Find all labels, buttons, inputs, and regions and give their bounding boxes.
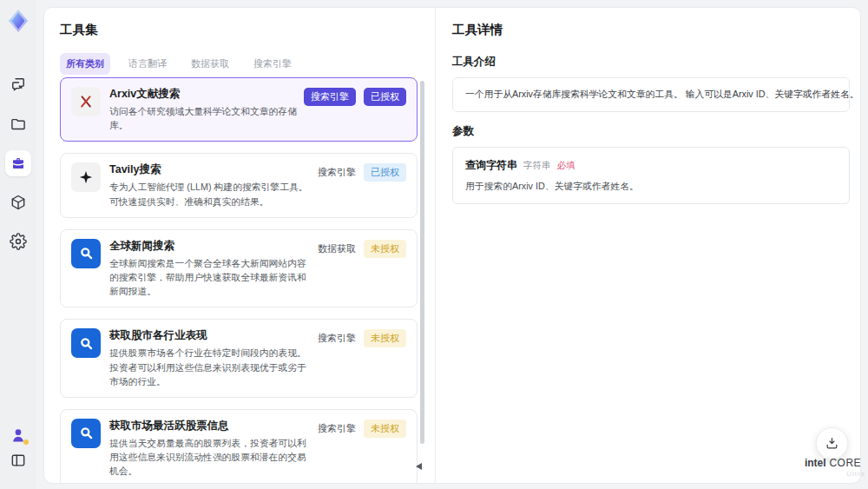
tool-card-arxiv[interactable]: Arxiv文献搜索 访问各个研究领域大量科学论文和文章的存储库。 搜索引擎 已授… xyxy=(60,77,418,142)
auth-status-badge: 已授权 xyxy=(364,88,406,106)
tool-card-stock-sectors[interactable]: 获取股市各行业表现 提供股票市场各个行业在特定时间段内的表现。投资者可以利用这些… xyxy=(60,319,418,398)
download-button[interactable] xyxy=(816,427,848,459)
tool-desc: 全球新闻搜索是一个聚合全球各大新闻网站内容的搜索引擎，帮助用户快速获取全球最新资… xyxy=(109,256,311,299)
param-desc: 用于搜索的Arxiv ID、关键字或作者姓名。 xyxy=(465,181,837,193)
details-title: 工具详情 xyxy=(452,22,503,38)
list-scrollbar-track[interactable] xyxy=(420,79,424,468)
params-heading: 参数 xyxy=(452,124,474,139)
category-label: 搜索引擎 xyxy=(318,422,356,435)
tool-name: 获取市场最活跃股票信息 xyxy=(109,419,311,433)
user-status-dot xyxy=(23,439,29,445)
tool-desc: 访问各个研究领域大量科学论文和文章的存储库。 xyxy=(109,104,311,132)
left-rail xyxy=(0,0,36,489)
list-scrollbar-thumb[interactable] xyxy=(420,81,424,444)
sidebar-item-settings[interactable] xyxy=(10,233,27,250)
panel-divider xyxy=(435,8,436,483)
tool-name: 获取股市各行业表现 xyxy=(109,328,311,343)
tab-search-engine[interactable]: 搜索引擎 xyxy=(247,53,298,75)
tool-name: Tavily搜索 xyxy=(109,162,311,177)
param-required-label: 必填 xyxy=(557,160,575,172)
tools-page-title: 工具集 xyxy=(60,22,98,38)
sidebar-item-account[interactable] xyxy=(10,426,27,444)
sidebar-item-models[interactable] xyxy=(10,194,27,211)
app-logo-icon xyxy=(6,9,30,33)
auth-status-badge: 未授权 xyxy=(364,240,406,258)
tool-name: Arxiv文献搜索 xyxy=(109,87,311,102)
sidebar-item-chat[interactable] xyxy=(10,76,27,93)
intro-text: 一个用于从Arxiv存储库搜索科学论文和文章的工具。 输入可以是Arxiv ID… xyxy=(465,89,837,101)
scroll-arrow-icon xyxy=(416,463,422,470)
param-type: 字符串 xyxy=(523,160,551,172)
category-label: 搜索引擎 xyxy=(318,166,356,179)
category-badge: 搜索引擎 xyxy=(304,88,356,106)
sidebar-item-files[interactable] xyxy=(10,116,27,133)
arxiv-logo-icon xyxy=(71,87,101,116)
param-card: 查询字符串 字符串 必填 用于搜索的Arxiv ID、关键字或作者姓名。 xyxy=(452,147,850,204)
stock-search-icon xyxy=(71,328,101,358)
cube-icon xyxy=(10,194,27,211)
panel-toggle-icon xyxy=(10,452,27,469)
main-panel: 工具集 所有类别 语言翻译 数据获取 搜索引擎 Arxiv文献搜索 访问各个研究… xyxy=(43,7,861,484)
news-search-icon xyxy=(71,239,101,268)
stock-search-icon xyxy=(71,419,101,448)
tool-desc: 提供股票市场各个行业在特定时间段内的表现。投资者可以利用这些信息来识别表现优于或… xyxy=(109,346,311,388)
tool-desc: 专为人工智能代理 (LLM) 构建的搜索引擎工具。可快速提供实时、准确和真实的结… xyxy=(109,180,311,208)
tavily-star-icon xyxy=(71,162,101,192)
auth-status-badge: 已授权 xyxy=(364,163,406,182)
chat-icon xyxy=(10,76,27,93)
intro-box: 一个用于从Arxiv存储库搜索科学论文和文章的工具。 输入可以是Arxiv ID… xyxy=(452,77,850,112)
tool-card-active-stocks[interactable]: 获取市场最活跃股票信息 提供当天交易量最高的股票列表，投资者可以利用这些信息来识… xyxy=(60,409,418,484)
brand-sub: Ultra xyxy=(800,470,865,478)
gear-icon xyxy=(10,233,27,250)
brand-intel: intel xyxy=(805,457,826,469)
param-name: 查询字符串 xyxy=(465,158,517,173)
tool-card-global-news[interactable]: 全球新闻搜索 全球新闻搜索是一个聚合全球各大新闻网站内容的搜索引擎，帮助用户快速… xyxy=(60,229,418,308)
intel-core-logo: intel CORE Ultra xyxy=(800,457,865,478)
toolbox-icon xyxy=(10,155,26,171)
category-label: 搜索引擎 xyxy=(318,332,356,345)
tab-all-categories[interactable]: 所有类别 xyxy=(60,53,110,75)
tool-desc: 提供当天交易量最高的股票列表，投资者可以利用这些信息来识别流动性强的股票和潜在的… xyxy=(109,436,311,479)
tab-translation[interactable]: 语言翻译 xyxy=(122,53,173,75)
tool-card-tavily[interactable]: Tavily搜索 专为人工智能代理 (LLM) 构建的搜索引擎工具。可快速提供实… xyxy=(60,153,418,217)
category-tabs: 所有类别 语言翻译 数据获取 搜索引擎 xyxy=(60,53,298,75)
sidebar-item-tools[interactable] xyxy=(5,150,31,176)
auth-status-badge: 未授权 xyxy=(364,420,406,438)
brand-core: CORE xyxy=(829,457,861,469)
tool-name: 全球新闻搜索 xyxy=(109,239,311,254)
category-label: 数据获取 xyxy=(318,242,356,255)
folder-icon xyxy=(10,116,27,133)
intro-heading: 工具介绍 xyxy=(452,55,496,69)
download-icon xyxy=(825,436,839,451)
tab-data-fetch[interactable]: 数据获取 xyxy=(185,53,235,75)
sidebar-item-collapse[interactable] xyxy=(10,452,27,469)
tool-list: Arxiv文献搜索 访问各个研究领域大量科学论文和文章的存储库。 搜索引擎 已授… xyxy=(60,77,418,484)
auth-status-badge: 未授权 xyxy=(364,329,406,347)
